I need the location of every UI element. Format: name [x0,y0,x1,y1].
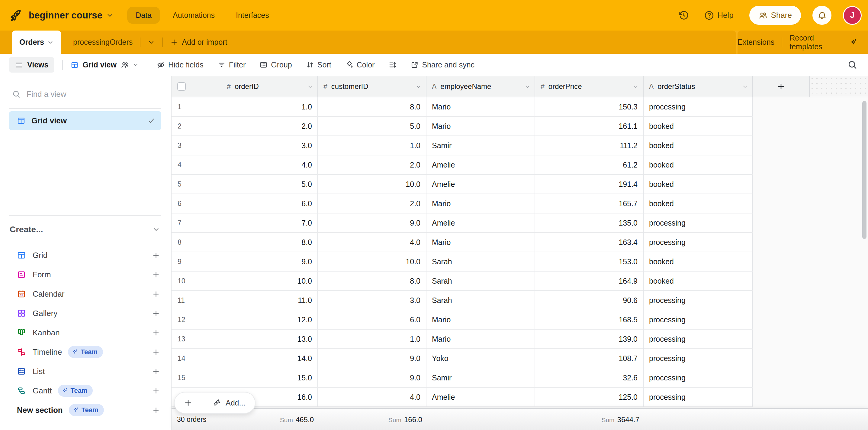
cell-orderStatus[interactable]: processing [644,291,753,310]
cell-orderID[interactable]: 1414.0 [172,349,318,368]
cell-orderID[interactable]: 11.0 [172,97,318,117]
cell-orderID[interactable]: 88.0 [172,233,318,252]
sort-button[interactable]: Sort [306,60,331,69]
cell-orderID[interactable]: 99.0 [172,252,318,271]
column-header-employeeName[interactable]: A employeeName [427,76,535,97]
cell-customerID[interactable]: 9.0 [318,213,427,233]
sidebar-item-gantt[interactable]: Gantt Team [0,381,171,400]
tab-data[interactable]: Data [127,7,160,24]
sidebar-item-gallery[interactable]: Gallery [0,304,171,323]
cell-orderPrice[interactable]: 111.2 [535,136,644,155]
cell-orderStatus[interactable]: processing [644,310,753,329]
sidebar-item-form[interactable]: Form [0,265,171,284]
cell-customerID[interactable]: 4.0 [318,388,427,407]
hide-fields-button[interactable]: Hide fields [157,60,204,69]
cell-orderStatus[interactable]: booked [644,252,753,271]
cell-orderPrice[interactable]: 135.0 [535,213,644,233]
sum-orderPrice[interactable]: Sum3644.7 [535,415,639,424]
cell-orderPrice[interactable]: 165.7 [535,194,644,213]
record-templates-button[interactable]: Record templates [789,34,846,51]
cell-orderStatus[interactable]: booked [644,194,753,213]
chevron-down-icon[interactable] [415,84,422,90]
cell-orderPrice[interactable]: 125.0 [535,388,644,407]
notifications-button[interactable] [812,6,832,25]
tab-interfaces[interactable]: Interfaces [227,7,278,24]
cell-orderPrice[interactable]: 32.6 [535,368,644,388]
cell-orderPrice[interactable]: 191.4 [535,175,644,194]
cell-employeeName[interactable]: Yoko [427,349,535,368]
chevron-down-icon[interactable] [633,84,639,90]
select-all-checkbox[interactable] [177,82,186,91]
cell-orderPrice[interactable]: 90.6 [535,291,644,310]
plus-icon[interactable] [152,387,160,395]
cell-employeeName[interactable]: Samir [427,136,535,155]
sidebar-item-timeline[interactable]: Timeline Team [0,342,171,362]
cell-orderPrice[interactable]: 108.7 [535,349,644,368]
sidebar-item-kanban[interactable]: Kanban [0,323,171,342]
cell-customerID[interactable]: 1.0 [318,329,427,349]
avatar[interactable]: J [843,6,862,25]
plus-icon[interactable] [152,367,160,376]
cell-employeeName[interactable]: Mario [427,329,535,349]
cell-orderPrice[interactable]: 139.0 [535,329,644,349]
cell-orderStatus[interactable]: booked [644,175,753,194]
sidebar-item-new-section[interactable]: New section Team [0,400,171,420]
cell-orderID[interactable]: 1010.0 [172,271,318,291]
cell-orderPrice[interactable]: 161.1 [535,117,644,136]
cell-orderPrice[interactable]: 163.4 [535,233,644,252]
cell-employeeName[interactable]: Amelie [427,388,535,407]
create-section-header[interactable]: Create... [9,221,161,238]
cell-orderStatus[interactable]: processing [644,97,753,117]
row-height-button[interactable] [389,61,397,69]
column-header-orderPrice[interactable]: # orderPrice [535,76,644,97]
base-title[interactable]: beginner course [29,10,102,21]
find-a-view-input[interactable] [26,89,161,99]
cell-orderStatus[interactable]: processing [644,368,753,388]
cell-employeeName[interactable]: Mario [427,97,535,117]
share-button[interactable]: Share [749,6,801,25]
chevron-down-icon[interactable] [106,11,114,19]
extensions-button[interactable]: Extensions [738,38,774,47]
sidebar-item-grid[interactable]: Grid [0,246,171,265]
add-field-button[interactable] [753,76,810,97]
plus-icon[interactable] [152,290,160,298]
cell-employeeName[interactable]: Samir [427,368,535,388]
cell-orderStatus[interactable]: processing [644,388,753,407]
cell-employeeName[interactable]: Mario [427,233,535,252]
cell-orderPrice[interactable]: 150.3 [535,97,644,117]
cell-orderID[interactable]: 44.0 [172,155,318,175]
share-and-sync-button[interactable]: Share and sync [410,60,474,69]
add-or-import-button[interactable]: Add or import [170,38,227,47]
plus-icon[interactable] [152,348,160,356]
column-header-customerID[interactable]: # customerID [318,76,427,97]
cell-customerID[interactable]: 2.0 [318,155,427,175]
chevron-down-icon[interactable] [307,84,313,90]
chevron-down-icon[interactable] [742,84,748,90]
cell-orderStatus[interactable]: booked [644,117,753,136]
cell-employeeName[interactable]: Amelie [427,155,535,175]
sum-customerID[interactable]: Sum166.0 [318,415,422,424]
cell-customerID[interactable]: 10.0 [318,175,427,194]
cell-customerID[interactable]: 2.0 [318,194,427,213]
cell-orderID[interactable]: 1515.0 [172,368,318,388]
cell-orderID[interactable]: 55.0 [172,175,318,194]
add-record-button[interactable] [175,393,203,413]
plus-icon[interactable] [152,251,160,259]
cell-employeeName[interactable]: Mario [427,194,535,213]
cell-orderID[interactable]: 66.0 [172,194,318,213]
tab-automations[interactable]: Automations [164,7,223,24]
sum-orderID[interactable]: Sum465.0 [202,415,314,424]
cell-employeeName[interactable]: Amelie [427,175,535,194]
chevron-down-icon[interactable] [148,39,155,46]
cell-employeeName[interactable]: Amelie [427,213,535,233]
cell-orderStatus[interactable]: processing [644,329,753,349]
cell-employeeName[interactable]: Sarah [427,252,535,271]
cell-orderID[interactable]: 22.0 [172,117,318,136]
cell-orderID[interactable]: 33.0 [172,136,318,155]
cell-orderID[interactable]: 1313.0 [172,329,318,349]
views-button[interactable]: Views [9,57,54,73]
add-with-ai-button[interactable]: Add... [203,393,255,413]
cell-customerID[interactable]: 1.0 [318,136,427,155]
cell-orderStatus[interactable]: booked [644,136,753,155]
sidebar-item-list[interactable]: List [0,362,171,381]
